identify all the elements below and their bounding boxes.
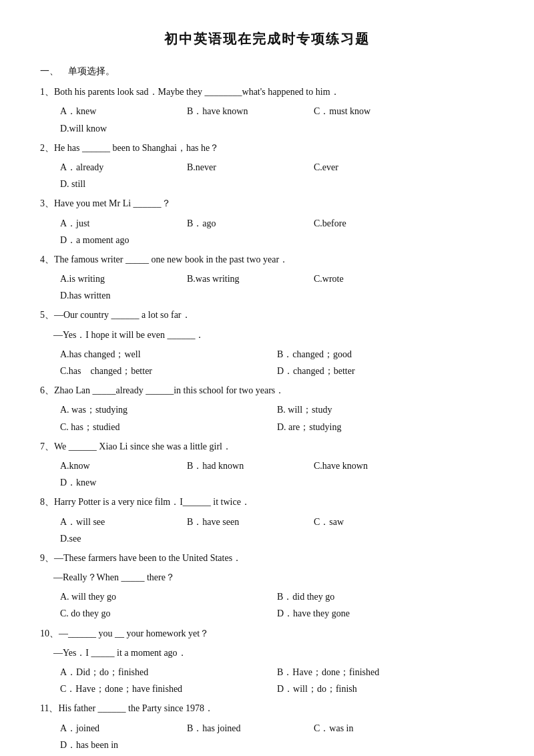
question-7: 7、We ______ Xiao Li since she was a litt… xyxy=(40,438,494,455)
q10-sub: —Yes．I _____ it a moment ago． xyxy=(53,644,494,661)
q4-options: A.is writing B.was writing C.wrote D.has… xyxy=(60,270,494,304)
q5-optA: A.has changed；well xyxy=(60,346,277,363)
q1-optB: B．have known xyxy=(187,103,294,120)
q4-text: 4、The famous writer _____ one new book i… xyxy=(40,254,288,264)
q8-optA: A．will see xyxy=(60,514,167,530)
q9-text: 9、—These farmers have been to the United… xyxy=(40,553,242,563)
q4-optC: C.wrote xyxy=(314,270,421,287)
q3-options: A．just B．ago C.before D．a moment ago xyxy=(60,215,494,248)
q10-optC: C．Have；done；have finished xyxy=(60,681,277,697)
q5-sub: —Yes．I hope it will be even ______． xyxy=(53,327,494,343)
q1-optA: A．knew xyxy=(60,103,167,120)
q11-optB: B．has joined xyxy=(187,720,294,737)
q1-options: A．knew B．have known C．must know D.will k… xyxy=(60,103,494,136)
q11-optC: C．was in xyxy=(314,720,421,737)
question-9: 9、—These farmers have been to the United… xyxy=(40,550,494,566)
q10-optA: A．Did；do；finished xyxy=(60,664,277,681)
q10-optD: D．will；do；finish xyxy=(277,681,494,697)
q2-optB: B.never xyxy=(187,159,294,176)
page-title: 初中英语现在完成时专项练习题 xyxy=(40,27,494,51)
question-8: 8、Harry Potter is a very nice film．I____… xyxy=(40,494,494,510)
q9-sub: —Really？When _____ there？ xyxy=(53,569,494,586)
question-11: 11、His father ______ the Party since 197… xyxy=(40,700,494,717)
question-6: 6、Zhao Lan _____already ______in this sc… xyxy=(40,382,494,399)
question-4: 4、The famous writer _____ one new book i… xyxy=(40,251,494,268)
q3-optC: C.before xyxy=(314,215,421,232)
q9-options: A. will they go B．did they go C. do they… xyxy=(60,588,494,622)
q7-options: A.know B．had known C.have known D．knew xyxy=(60,457,494,491)
question-5: 5、—Our country ______ a lot so far． xyxy=(40,307,494,323)
q2-text: 2、He has ______ been to Shanghai，has he？ xyxy=(40,143,219,153)
q7-optA: A.know xyxy=(60,457,167,474)
q6-optA: A. was；studying xyxy=(60,401,277,418)
q10-text: 10、—______ you __ your homework yet？ xyxy=(40,628,209,638)
q1-optD: D.will know xyxy=(60,120,167,137)
q11-text: 11、His father ______ the Party since 197… xyxy=(40,703,214,713)
q6-optD: D. are；studying xyxy=(277,419,494,435)
q5-optC: C.has changed；better xyxy=(60,363,277,379)
q3-optD: D．a moment ago xyxy=(60,232,167,248)
q11-optD: D．has been in xyxy=(60,737,167,753)
q5-text: 5、—Our country ______ a lot so far． xyxy=(40,310,191,320)
question-3: 3、Have you met Mr Li ______？ xyxy=(40,195,494,212)
q2-optD: D. still xyxy=(60,176,167,192)
page: 初中英语现在完成时专项练习题 一、 单项选择。 1、Both his paren… xyxy=(0,0,534,756)
q7-optB: B．had known xyxy=(187,457,294,474)
q11-options: A．joined B．has joined C．was in D．has bee… xyxy=(60,720,494,753)
q5-optD: D．changed；better xyxy=(277,363,494,379)
q9-optB: B．did they go xyxy=(277,588,494,605)
q6-text: 6、Zhao Lan _____already ______in this sc… xyxy=(40,385,284,395)
q9-optC: C. do they go xyxy=(60,605,277,622)
q3-optB: B．ago xyxy=(187,215,294,232)
q4-optD: D.has written xyxy=(60,287,167,304)
q10-optB: B．Have；done；finished xyxy=(277,664,494,681)
q9-optA: A. will they go xyxy=(60,588,277,605)
q8-optB: B．have seen xyxy=(187,514,294,530)
q1-optC: C．must know xyxy=(314,103,421,120)
q4-optB: B.was writing xyxy=(187,270,294,287)
q3-optA: A．just xyxy=(60,215,167,232)
q2-optA: A．already xyxy=(60,159,167,176)
q7-optC: C.have known xyxy=(314,457,421,474)
q7-text: 7、We ______ Xiao Li since she was a litt… xyxy=(40,441,232,451)
q1-text: 1、Both his parents look sad．Maybe they _… xyxy=(40,87,340,97)
q8-text: 8、Harry Potter is a very nice film．I____… xyxy=(40,497,250,507)
q11-optA: A．joined xyxy=(60,720,167,737)
q6-optC: C. has；studied xyxy=(60,419,277,435)
question-10: 10、—______ you __ your homework yet？ xyxy=(40,625,494,642)
q6-options: A. was；studying B. will；study C. has；stu… xyxy=(60,401,494,435)
q2-optC: C.ever xyxy=(314,159,421,176)
q8-optD: D.see xyxy=(60,530,167,547)
q10-options: A．Did；do；finished B．Have；done；finished C… xyxy=(60,664,494,697)
q9-optD: D．have they gone xyxy=(277,605,494,622)
question-2: 2、He has ______ been to Shanghai，has he？ xyxy=(40,140,494,156)
q3-text: 3、Have you met Mr Li ______？ xyxy=(40,198,171,208)
question-1: 1、Both his parents look sad．Maybe they _… xyxy=(40,83,494,100)
section-header: 一、 单项选择。 xyxy=(40,63,494,79)
q5-optB: B．changed；good xyxy=(277,346,494,363)
q8-optC: C．saw xyxy=(314,514,421,530)
q7-optD: D．knew xyxy=(60,474,167,491)
q6-optB: B. will；study xyxy=(277,401,494,418)
q4-optA: A.is writing xyxy=(60,270,167,287)
q8-options: A．will see B．have seen C．saw D.see xyxy=(60,514,494,547)
q2-options: A．already B.never C.ever D. still xyxy=(60,159,494,192)
q5-options: A.has changed；well B．changed；good C.has … xyxy=(60,346,494,379)
